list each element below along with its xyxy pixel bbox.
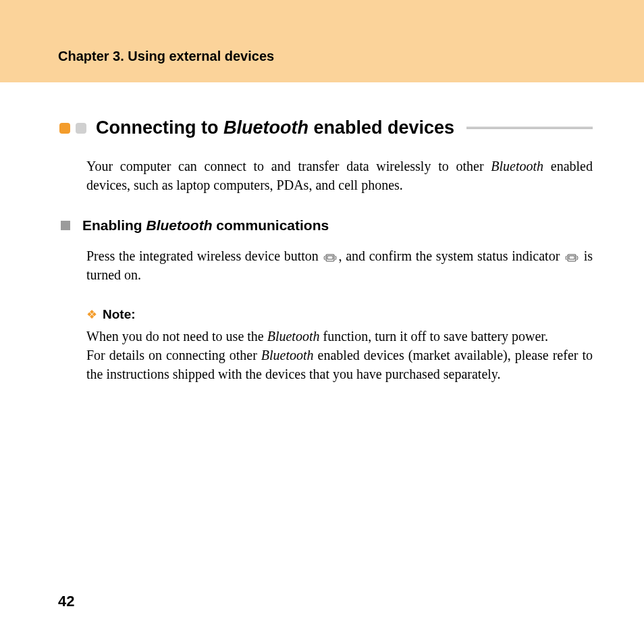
subhead-pre: Enabling xyxy=(82,217,146,233)
note-p2-italic: Bluetooth xyxy=(261,348,314,363)
svg-rect-1 xyxy=(327,256,333,259)
sub-body-a: Press the integrated wireless device but… xyxy=(86,248,322,263)
subhead-italic: Bluetooth xyxy=(146,217,213,233)
section-title-post: enabled devices xyxy=(308,117,454,138)
svg-rect-3 xyxy=(569,256,574,259)
note-body: When you do not need to use the Bluetoot… xyxy=(86,327,593,383)
section-title-pre: Connecting to xyxy=(96,117,223,138)
intro-text-a: Your computer can connect to and transfe… xyxy=(86,159,491,173)
intro-paragraph: Your computer can connect to and transfe… xyxy=(86,157,593,194)
intro-text-italic: Bluetooth xyxy=(491,159,543,173)
chapter-header-band: Chapter 3. Using external devices xyxy=(0,0,644,82)
note-p2a: For details on connecting other xyxy=(86,348,261,363)
section-heading-row: Connecting to Bluetooth enabled devices xyxy=(59,117,593,138)
page-number: 42 xyxy=(58,593,74,610)
status-indicator-icon xyxy=(565,253,579,263)
section-title: Connecting to Bluetooth enabled devices xyxy=(96,117,454,138)
page-content: Connecting to Bluetooth enabled devices … xyxy=(0,82,644,383)
wireless-button-icon xyxy=(323,253,337,263)
note-heading-row: ❖ Note: xyxy=(86,307,593,322)
note-p1a: When you do not need to use the xyxy=(86,329,267,344)
section-bullet-orange-icon xyxy=(59,123,70,134)
section-rule-line xyxy=(466,127,593,130)
sub-body-b: , and confirm the system status indicato… xyxy=(338,248,564,263)
chapter-title: Chapter 3. Using external devices xyxy=(58,49,644,64)
subsection-body: Press the integrated wireless device but… xyxy=(86,247,593,284)
section-title-italic: Bluetooth xyxy=(223,117,308,138)
document-page: Chapter 3. Using external devices Connec… xyxy=(0,0,644,644)
note-diamond-icon: ❖ xyxy=(86,307,97,322)
subhead-post: communications xyxy=(212,217,329,233)
note-p1c: function, turn it off to save battery po… xyxy=(319,329,547,344)
subsection-heading-row: Enabling Bluetooth communications xyxy=(61,217,593,234)
subsection-title: Enabling Bluetooth communications xyxy=(82,217,329,234)
square-bullet-icon xyxy=(61,221,70,230)
section-bullet-grey-icon xyxy=(76,123,86,134)
note-label: Note: xyxy=(103,307,136,322)
note-p1-italic: Bluetooth xyxy=(267,329,320,344)
